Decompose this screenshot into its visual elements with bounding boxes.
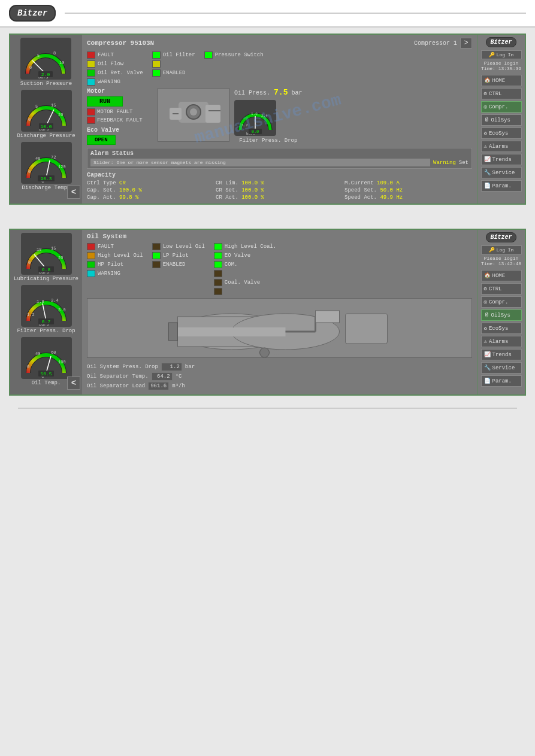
p2-fault-led <box>87 243 95 250</box>
panel2-login-btn[interactable]: 🔑 Log In <box>481 245 522 254</box>
oil-temp-label: Oil Temp. <box>32 380 61 386</box>
eco-valve-open-btn[interactable]: OPEN <box>87 135 116 145</box>
p2-hp-pilot-label: High Level Coal. <box>225 244 276 250</box>
svg-text:72: 72 <box>51 155 56 160</box>
oil-sep-load-value: 961.6 <box>148 382 169 390</box>
alarms-label: Alarms <box>489 144 508 150</box>
compressor-panel: 0 5 8 10 bars 2.0 Suction Pressure <box>9 34 526 205</box>
alarm-set-label: Set <box>459 160 468 166</box>
param-icon: 📄 <box>484 183 491 189</box>
panel2-right-nav: Bitzer 🔑 Log In Please login Time: 13:42… <box>477 230 525 394</box>
home-label: HOME <box>492 78 506 84</box>
panel2-nav-param[interactable]: 📄 Param. <box>481 375 522 387</box>
oil-sep-temp-row: Oil Separator Temp. 64.2 °C <box>87 372 472 381</box>
svg-text:2.4: 2.4 <box>51 298 59 303</box>
svg-text:1.2: 1.2 <box>27 312 35 317</box>
svg-text:8: 8 <box>53 51 56 56</box>
discharge-temp-dial: 0 48 72 120 °C 90.3 <box>21 142 72 184</box>
service-icon2: 🔧 <box>484 365 491 371</box>
panel2-back-btn[interactable]: < <box>67 377 80 390</box>
spacer <box>9 217 526 229</box>
p2-ecosys-label: EcoSys <box>489 326 508 332</box>
login-label: Log In <box>497 52 514 57</box>
panels-container: 0 5 8 10 bars 2.0 Suction Pressure <box>0 28 535 421</box>
next-compressor-btn[interactable]: > <box>460 38 472 48</box>
oil-press-drop-row: Oil System Press. Drop 1.2 bar <box>87 363 472 371</box>
cap-cap-act: Cap. Act. 99.8 % <box>87 195 214 201</box>
panel1-nav-alarms[interactable]: ⚠ Alarms <box>481 141 522 152</box>
panel1-nav-ecosys[interactable]: ♻ EcoSys <box>481 127 522 139</box>
oil-sep-load-label: Oil Separator Load <box>87 383 145 389</box>
panel1-nav-ctrl[interactable]: ⚙ CTRL <box>481 88 522 99</box>
filter-press-drop-dial2: 1.2 1.8 2.4 3.0 bars 0.7 <box>21 285 72 327</box>
panel1-login-btn[interactable]: 🔑 Log In <box>481 50 522 59</box>
panel1-nav-oilsys[interactable]: 🛢 OilSys <box>481 114 522 126</box>
p2-eo-valve: COM. <box>214 261 276 268</box>
p2-low-level-oil: LP Pilot <box>152 252 205 259</box>
cap-cr-lim: CR Lim. 100.0 % <box>216 180 343 186</box>
panel1-nav-service[interactable]: 🔧 Service <box>481 167 522 178</box>
discharge-temp-gauge: 0 48 72 120 °C 90.3 Discharge Temp. <box>21 142 72 191</box>
svg-rect-82 <box>178 327 286 336</box>
p2-oil-pump <box>214 288 276 295</box>
oil-sep-load-unit: m³/h <box>172 383 185 389</box>
oil-sep-load-row: Oil Separator Load 961.6 m³/h <box>87 382 472 390</box>
svg-text:15: 15 <box>51 103 56 108</box>
svg-text:1.8: 1.8 <box>251 112 258 116</box>
panel1-back-btn[interactable]: < <box>67 186 80 199</box>
panel2-nav-ctrl[interactable]: ⚙ CTRL <box>481 283 522 294</box>
panel1-nav-param[interactable]: 📄 Param. <box>481 180 522 192</box>
p2-warning-led <box>87 252 95 259</box>
panel2-nav-compr[interactable]: ◎ Compr. <box>481 296 522 308</box>
panel1-nav-trends[interactable]: 📈 Trends <box>481 154 522 165</box>
header: Bitzer <box>0 0 535 28</box>
panel1-topbar: Compressor 95103N Compressor 1 > <box>87 38 472 48</box>
service-icon: 🔧 <box>484 169 491 176</box>
cap-speed-set: Speed Set. 50.0 Hz <box>344 187 472 193</box>
p2-status-col3: High Level Coal. EO Valve COM. <box>214 243 276 295</box>
panel2-status: FAULT High Level Oil HP Pilot WARNI <box>87 243 472 295</box>
p2-warning: High Level Oil <box>87 252 143 259</box>
run-button[interactable]: RUN <box>87 96 123 107</box>
panel2-nav-alarms[interactable]: ⚠ Alarms <box>481 336 522 347</box>
p2-trends-label: Trends <box>492 352 512 358</box>
oil-sep-temp-unit: °C <box>176 374 182 379</box>
key-icon2: 🔑 <box>489 247 495 253</box>
warning-led <box>87 60 95 68</box>
service-label: Service <box>492 170 515 176</box>
p2-high-level-oil-led <box>152 243 161 250</box>
p2-low-level-oil-led <box>152 252 161 259</box>
svg-point-89 <box>274 350 279 355</box>
panel2-login-label: Log In <box>497 247 514 253</box>
trends-icon: 📈 <box>484 156 491 163</box>
p2-status-col1: FAULT High Level Oil HP Pilot WARNI <box>87 243 143 295</box>
panel2-nav-trends[interactable]: 📈 Trends <box>481 349 522 360</box>
bitzer-logo: Bitzer <box>9 5 56 22</box>
svg-text:90.3: 90.3 <box>40 176 52 181</box>
p2-enabled-label: HP Pilot <box>98 262 123 268</box>
svg-text:0.7: 0.7 <box>41 319 50 324</box>
p2-status-col2: Low Level Oil LP Pilot ENABLED <box>152 243 205 295</box>
oil-flow-indicator: Oil Filter <box>152 51 195 59</box>
pressure-switch-indicator: ENABLED <box>152 69 195 77</box>
feedback-fault-row: FEEDBACK FAULT <box>87 117 153 124</box>
panel1-nav-compr[interactable]: ◎ Compr. <box>481 101 522 113</box>
discharge-gauge-dial: 0 5 15 20 bars 10.0 <box>21 90 72 132</box>
oil-flow-label: Oil Filter <box>163 52 195 58</box>
p2-com-led <box>87 270 95 277</box>
panel2-nav-service[interactable]: 🔧 Service <box>481 362 522 374</box>
panel1-nav-home[interactable]: 🏠 HOME <box>481 75 522 86</box>
oil-flow-led <box>152 51 161 59</box>
panel2-nav-ecosys[interactable]: ♻ EcoSys <box>481 323 522 334</box>
panel2-nav-home[interactable]: 🏠 HOME <box>481 270 522 281</box>
panel2-time: Time: 13:42:48 <box>481 261 522 266</box>
lubricating-gauge-dial: 0 10 15 20 bars 6.8 <box>21 233 72 275</box>
oil-press-drop-value: 1.2 <box>161 363 182 371</box>
compressor-nav-label: Compressor 1 <box>414 40 457 47</box>
filter-press-drop-label2: Filter Press. Drop <box>17 328 75 334</box>
panel2-nav-oilsys[interactable]: 🛢 OilSys <box>481 309 522 321</box>
p2-ctrl-label: CTRL <box>489 286 502 292</box>
oil-press-unit: bar <box>291 90 302 96</box>
svg-text:48: 48 <box>35 156 40 161</box>
svg-point-35 <box>190 108 197 116</box>
